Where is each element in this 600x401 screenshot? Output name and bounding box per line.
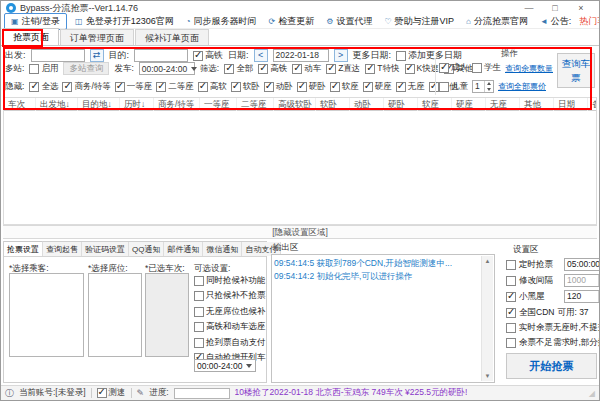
seat-type-checkbox[interactable]: 高软 (198, 81, 227, 93)
seat-type-checkbox[interactable]: 全选 (29, 81, 58, 93)
timed-grab-spinner[interactable]: 05:00:00 (564, 258, 600, 271)
menu-check-update[interactable]: ⟳ 检查更新 (263, 14, 321, 29)
checkbox (194, 307, 204, 317)
query-tickets-button[interactable]: 查询车票 (557, 53, 595, 88)
seat-type-checkbox[interactable]: 硬座 (363, 81, 392, 93)
checkbox (396, 51, 406, 61)
operation-column-label: 操作 (501, 48, 518, 60)
menu-sync-time[interactable]: ◔ 同步服务器时间 (180, 14, 263, 29)
header-cell[interactable]: 备注 (588, 98, 596, 111)
selected-train-listbox[interactable] (145, 273, 189, 357)
panel-tab[interactable]: 验证码设置 (82, 242, 129, 256)
main-tab[interactable]: 抢票页面 (3, 28, 59, 45)
option-checkbox[interactable]: 抢到票自动支付 (194, 335, 266, 351)
speed-test-checkbox[interactable]: 测速 (97, 387, 126, 399)
seat-type-checkbox[interactable]: 硬卧 (297, 81, 326, 93)
close-button[interactable]: × (568, 3, 594, 13)
seat-listbox[interactable] (88, 273, 142, 357)
panel-tab[interactable]: 抢票设置 (4, 241, 43, 256)
spinner-arrows-icon[interactable] (484, 81, 493, 92)
heart-icon: ♡ (384, 18, 391, 26)
adult-checkbox[interactable]: 成人 (439, 62, 468, 74)
multi-station-enable-checkbox[interactable]: 启用 (29, 63, 58, 75)
option-checkbox[interactable]: 同时抢候补功能 (194, 273, 266, 289)
header-cell[interactable]: 硬卧 (384, 98, 418, 111)
train-type-checkbox[interactable]: 动车 (292, 63, 321, 75)
checkbox (439, 63, 449, 73)
grab-time-select[interactable]: 00:00-24:00 (194, 359, 256, 372)
train-type-checkbox[interactable]: Z直达 (326, 63, 360, 75)
header-cell[interactable]: 一等座 (200, 98, 237, 111)
statusbar: ⓘ 当前账号:[未登录] 测速 ✎ 进度: 10楼抢了2022-01-18 北京… (1, 385, 599, 400)
scroll-up-icon[interactable]: ▲ (485, 256, 491, 266)
maximize-button[interactable]: □ (542, 3, 568, 13)
checkbox (429, 82, 439, 92)
header-cell[interactable]: 软卧 (316, 98, 350, 111)
option-checkbox[interactable]: 只抢候补不抢票 (194, 289, 266, 305)
menu-open-12306[interactable]: ◫ 免登录打开12306官网 (69, 14, 180, 29)
option-checkbox[interactable]: 无座席位也候补 (194, 304, 266, 320)
multi-station-query-button[interactable]: 多站查询 (63, 62, 109, 75)
black-room-spinner[interactable]: 120 (564, 290, 600, 303)
menu-vip[interactable]: ♡ 赞助与注册VIP (378, 14, 460, 29)
black-room-checkbox[interactable] (506, 292, 516, 302)
header-cell[interactable]: 高级软卧 (274, 98, 316, 111)
menu-proxy[interactable]: ⚙ 设置代理 (320, 14, 378, 29)
modify-interval-spinner[interactable]: 1000 (564, 274, 600, 287)
remaining-tickets-link[interactable]: 查询余票数量 (505, 63, 553, 74)
header-cell[interactable]: 其他 (520, 98, 554, 111)
option-checkbox[interactable]: 高铁和动车选座 (194, 320, 266, 336)
train-type-checkbox[interactable]: T特快 (365, 63, 399, 75)
cdn-checkbox[interactable] (506, 308, 516, 318)
seat-type-checkbox[interactable]: 软卧 (231, 81, 260, 93)
scroll-down-icon[interactable]: ▼ (485, 371, 491, 381)
panel-tab[interactable]: 查询起售 (43, 242, 82, 256)
child-checkbox[interactable]: 儿童 (439, 81, 468, 93)
main-tab[interactable]: 候补订单页面 (135, 29, 209, 45)
seat-type-checkbox[interactable]: 商务/特等 (62, 81, 110, 93)
minimize-button[interactable]: — (516, 3, 542, 13)
checkbox (264, 82, 274, 92)
realtime-no-submit-checkbox[interactable] (506, 323, 516, 333)
header-cell[interactable]: 历时↓ (120, 98, 154, 111)
header-cell[interactable]: 目的地↓ (78, 98, 120, 111)
train-type-checkbox[interactable]: K快速 (405, 63, 440, 75)
seat-type-checkbox[interactable]: 软座 (330, 81, 359, 93)
collapse-settings-bar[interactable]: [隐藏设置区域] (3, 225, 597, 239)
panel-tab[interactable]: QQ通知 (129, 242, 164, 256)
header-cell[interactable]: 出发地↓ (36, 98, 78, 111)
header-cell[interactable]: 商务/特等 (154, 98, 200, 111)
header-cell[interactable]: 无座 (486, 98, 520, 111)
depart-time-select[interactable]: 00:00-24:00 (139, 62, 195, 75)
resize-grip-icon[interactable]: ◢ (589, 389, 595, 398)
price-link[interactable]: 查询全部票价 (498, 81, 546, 92)
child-count-spinner[interactable]: 1 (472, 80, 494, 93)
student-checkbox[interactable]: 学生 (472, 62, 501, 74)
table-body[interactable] (4, 111, 596, 224)
seat-type-checkbox[interactable]: 二等座 (156, 81, 194, 93)
passenger-listbox[interactable] (9, 273, 84, 357)
modify-interval-checkbox[interactable] (506, 276, 516, 286)
output-log-box[interactable]: 09:54:14:5 获取到789个CDN,开始智能测速中... 09:54:1… (271, 254, 495, 383)
header-cell[interactable]: 二等座 (237, 98, 274, 111)
seat-type-checkbox[interactable]: 无座 (396, 81, 425, 93)
seat-type-checkbox[interactable]: 一等座 (115, 81, 153, 93)
header-cell[interactable]: 动卧 (350, 98, 384, 111)
train-type-checkbox[interactable]: 全部 (224, 63, 253, 75)
panel-tab[interactable]: 邮件通知 (164, 242, 203, 256)
seat-type-checkbox[interactable]: 动卧 (264, 81, 293, 93)
main-tab[interactable]: 订单管理页面 (60, 29, 134, 45)
header-cell[interactable]: 日期 (554, 98, 588, 111)
header-cell[interactable]: 硬座 (452, 98, 486, 111)
start-grab-button[interactable]: 开始抢票 (506, 353, 597, 379)
train-type-checkbox[interactable]: 高铁 (258, 63, 287, 75)
checkbox (396, 82, 406, 92)
menu-announcement[interactable]: ◄ 公告: (534, 14, 577, 29)
header-cell[interactable]: 软座 (418, 98, 452, 111)
output-scrollbar[interactable]: ▲ ▼ (481, 256, 493, 381)
header-cell[interactable]: 车次 (4, 98, 36, 111)
panel-tab[interactable]: 微信通知 (203, 242, 242, 256)
menu-official-site[interactable]: ⌂ 分流抢票官网 (460, 14, 534, 29)
timed-grab-checkbox[interactable] (506, 260, 516, 270)
partial-submit-checkbox[interactable] (506, 338, 516, 348)
